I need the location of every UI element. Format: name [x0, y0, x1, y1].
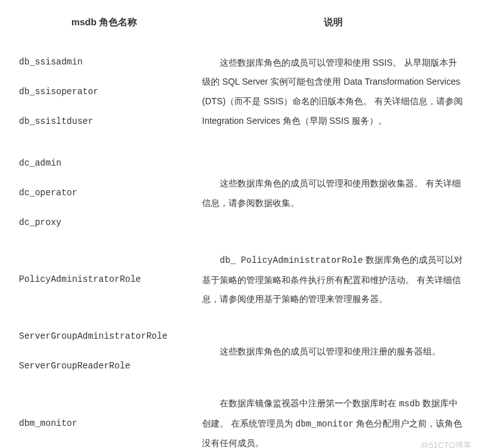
role-name: dc_proxy: [19, 208, 189, 238]
role-name: dc_admin: [19, 148, 189, 178]
desc-text: 这些数据库角色的成员可以管理和使用注册的服务器组。: [202, 342, 464, 361]
table-header-row: msdb 角色名称 说明: [13, 6, 470, 41]
desc-seg-mono: msdb: [399, 399, 420, 409]
role-name: ServerGroupAdministratorRole: [19, 322, 189, 351]
table-row: dc_admin dc_operator dc_proxy 这些数据库角色的成员…: [13, 142, 470, 243]
desc-seg: 在数据库镜像监视器中注册第一个数据库时在: [220, 398, 399, 408]
table-row: PolicyAdministratorRole db_ PolicyAdmini…: [13, 244, 470, 315]
role-cell: dbm_monitor: [13, 387, 196, 448]
desc-cell: 这些数据库角色的成员可以管理和使用 SSIS。 从早期版本升级的 SQL Ser…: [196, 41, 470, 142]
desc-seg-mono: dbm_monitor: [295, 419, 354, 429]
role-cell: dc_admin dc_operator dc_proxy: [13, 142, 196, 243]
role-cell: PolicyAdministratorRole: [13, 244, 196, 315]
desc-cell: 这些数据库角色的成员可以管理和使用数据收集器。 有关详细信息，请参阅数据收集。: [196, 142, 470, 243]
role-name: ServerGroupReaderRole: [19, 351, 189, 381]
desc-cell: db_ PolicyAdministratorRole 数据库角色的成员可以对基…: [196, 244, 470, 315]
desc-text: 这些数据库角色的成员可以管理和使用数据收集器。 有关详细信息，请参阅数据收集。: [202, 174, 464, 213]
role-cell: ServerGroupAdministratorRole ServerGroup…: [13, 315, 196, 387]
desc-mono-prefix: db_ PolicyAdministratorRole: [220, 255, 363, 265]
desc-text: db_ PolicyAdministratorRole 数据库角色的成员可以对基…: [202, 250, 464, 309]
desc-cell: 这些数据库角色的成员可以管理和使用注册的服务器组。: [196, 315, 470, 387]
role-name: db_ssisoperator: [19, 77, 189, 107]
role-table: msdb 角色名称 说明 db_ssisadmin db_ssisoperato…: [13, 6, 470, 448]
table-row: ServerGroupAdministratorRole ServerGroup…: [13, 315, 470, 387]
role-name: PolicyAdministratorRole: [19, 265, 189, 294]
table-row: db_ssisadmin db_ssisoperator db_ssisltdu…: [13, 41, 470, 142]
header-desc: 说明: [196, 6, 470, 41]
role-name: dbm_monitor: [19, 409, 189, 439]
role-cell: db_ssisadmin db_ssisoperator db_ssisltdu…: [13, 41, 196, 142]
desc-text: 这些数据库角色的成员可以管理和使用 SSIS。 从早期版本升级的 SQL Ser…: [202, 53, 464, 131]
role-name: db_ssisltduser: [19, 107, 189, 136]
role-name: dc_operator: [19, 178, 189, 208]
watermark: @51CTO博客: [420, 437, 472, 448]
table-row: dbm_monitor 在数据库镜像监视器中注册第一个数据库时在 msdb 数据…: [13, 387, 470, 448]
role-name: db_ssisadmin: [19, 47, 189, 77]
header-role: msdb 角色名称: [13, 6, 196, 41]
